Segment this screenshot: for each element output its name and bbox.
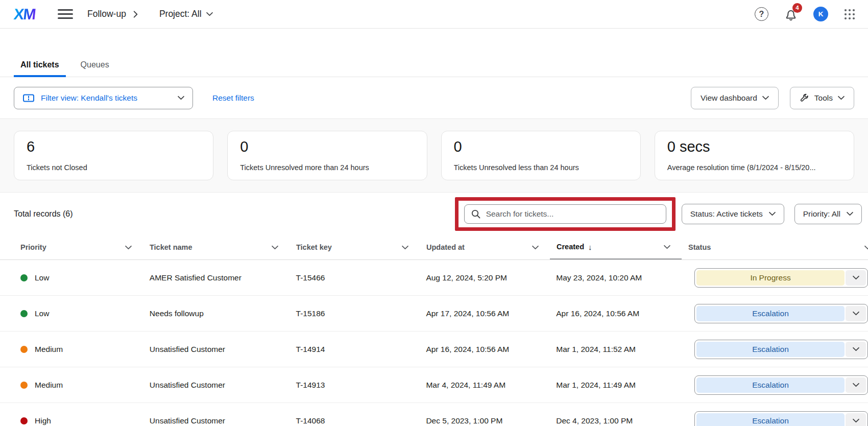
stat-card-tickets-not-closed: 6 Tickets not Closed (14, 131, 213, 180)
table-header: Priority Ticket name Ticket key Updated … (0, 235, 868, 260)
column-label: Ticket name (150, 243, 192, 251)
tools-button[interactable]: Tools (790, 87, 854, 109)
updated-at: Aug 12, 2024, 5:20 PM (419, 273, 549, 282)
breadcrumb-app[interactable]: Follow-up (87, 9, 126, 19)
tab-all-tickets[interactable]: All tickets (14, 60, 66, 77)
stat-value: 0 secs (667, 138, 841, 155)
stat-label: Tickets Unresolved more than 24 hours (240, 163, 414, 172)
hamburger-menu-icon[interactable] (58, 9, 73, 19)
chevron-down-icon[interactable] (532, 245, 539, 250)
breadcrumb: Follow-up (87, 9, 126, 19)
priority-dot (20, 274, 28, 281)
view-dashboard-button[interactable]: View dashboard (691, 87, 779, 109)
column-header-ticket-name[interactable]: Ticket name (143, 235, 290, 259)
priority-filter-dropdown[interactable]: Priority: All (794, 204, 862, 224)
chevron-down-icon[interactable] (846, 377, 866, 393)
column-label: Status (688, 243, 711, 251)
column-header-created[interactable]: Created ↓ (550, 235, 682, 259)
project-selector-label: Project: All (159, 9, 202, 19)
status-dropdown[interactable]: Escalation (694, 375, 868, 395)
column-label: Priority (20, 243, 46, 251)
chevron-down-icon (847, 211, 853, 216)
chevron-right-icon (133, 11, 138, 18)
stat-card-unresolved-less-24h: 0 Tickets Unresolved less than 24 hours (441, 131, 641, 180)
filter-view-dropdown[interactable]: Filter view: Kendall's tickets (14, 87, 193, 109)
priority-dot (20, 346, 28, 353)
ticket-key: T-15186 (290, 309, 420, 318)
status-dropdown[interactable]: Escalation (694, 411, 868, 426)
table-body: Low AMER Satisfied Customer T-15466 Aug … (0, 260, 868, 426)
notifications-button[interactable]: 4 (784, 7, 798, 22)
priority-dot (20, 417, 28, 424)
chevron-down-icon[interactable] (846, 413, 866, 426)
priority-dot (20, 382, 28, 389)
priority-label: Medium (35, 381, 63, 390)
chevron-down-icon (838, 96, 845, 100)
top-bar: XM Follow-up Project: All ? 4 K (0, 0, 868, 29)
table-row[interactable]: Medium Unsatisfied Customer T-14914 Apr … (0, 332, 868, 367)
search-box[interactable] (464, 204, 666, 224)
status-cell: In Progress (681, 268, 868, 288)
stat-value: 6 (27, 138, 201, 155)
status-badge: Escalation (696, 377, 845, 393)
created-at: Mar 1, 2024, 11:49 AM (549, 381, 681, 390)
search-input[interactable] (486, 209, 660, 219)
project-selector[interactable]: Project: All (159, 9, 213, 19)
chevron-down-icon (206, 12, 213, 16)
status-cell: Escalation (681, 411, 868, 426)
column-header-priority[interactable]: Priority (14, 235, 143, 259)
chevron-down-icon[interactable] (664, 245, 670, 249)
ticket-name[interactable]: Unsatisfied Customer (143, 416, 290, 425)
column-header-updated-at[interactable]: Updated at (420, 235, 550, 259)
status-filter-dropdown[interactable]: Status: Active tickets (682, 204, 784, 224)
tab-queues[interactable]: Queues (74, 60, 116, 77)
ticket-key: T-14068 (290, 416, 420, 425)
chevron-down-icon (769, 211, 776, 216)
priority-label: Low (35, 309, 49, 318)
column-header-status[interactable]: Status (682, 235, 868, 259)
xm-logo: XM (13, 6, 36, 23)
priority-label: Low (35, 273, 49, 282)
priority-cell: Medium (14, 345, 143, 354)
chevron-down-icon[interactable] (846, 270, 866, 286)
status-cell: Escalation (681, 340, 868, 359)
avatar[interactable]: K (813, 7, 828, 21)
wrench-icon (800, 93, 809, 103)
table-row[interactable]: Low Needs followup T-15186 Apr 17, 2024,… (0, 296, 868, 332)
status-dropdown[interactable]: In Progress (694, 268, 868, 288)
ticket-name[interactable]: Needs followup (143, 309, 290, 318)
priority-filter-label: Priority: All (803, 209, 840, 219)
status-cell: Escalation (681, 304, 868, 323)
ticket-name[interactable]: AMER Satisfied Customer (143, 273, 290, 282)
chevron-down-icon[interactable] (846, 342, 866, 357)
updated-at: Apr 17, 2024, 10:56 AM (419, 309, 549, 318)
help-icon[interactable]: ? (755, 7, 768, 21)
stats-band: 6 Tickets not Closed 0 Tickets Unresolve… (0, 119, 868, 193)
stat-card-unresolved-more-24h: 0 Tickets Unresolved more than 24 hours (227, 131, 427, 180)
chevron-down-icon[interactable] (402, 245, 408, 250)
stat-value: 0 (240, 138, 414, 155)
table-row[interactable]: Medium Unsatisfied Customer T-14913 Mar … (0, 367, 868, 403)
chevron-down-icon[interactable] (272, 245, 278, 250)
reset-filters-link[interactable]: Reset filters (212, 93, 254, 103)
table-row[interactable]: High Unsatisfied Customer T-14068 Dec 5,… (0, 403, 868, 426)
status-badge: Escalation (696, 413, 845, 426)
priority-cell: Low (14, 309, 143, 318)
updated-at: Dec 5, 2023, 1:00 PM (419, 416, 549, 425)
stat-card-avg-resolution-time: 0 secs Average resolution time (8/1/2024… (655, 131, 854, 180)
table-row[interactable]: Low AMER Satisfied Customer T-15466 Aug … (0, 260, 868, 296)
app-grid-icon[interactable] (843, 8, 856, 20)
stat-label: Average resolution time (8/1/2024 - 8/15… (667, 163, 841, 172)
chevron-down-icon[interactable] (846, 306, 866, 321)
status-dropdown[interactable]: Escalation (694, 340, 868, 359)
records-bar: Total records (6) Status: Active tickets… (0, 193, 868, 235)
ticket-name[interactable]: Unsatisfied Customer (143, 345, 290, 354)
chevron-down-icon[interactable] (125, 245, 132, 250)
chevron-down-icon (864, 245, 868, 250)
ticket-name[interactable]: Unsatisfied Customer (143, 381, 290, 390)
updated-at: Mar 4, 2024, 11:49 AM (419, 381, 549, 390)
column-header-ticket-key[interactable]: Ticket key (290, 235, 420, 259)
column-label: Updated at (426, 243, 465, 251)
status-cell: Escalation (681, 375, 868, 395)
status-dropdown[interactable]: Escalation (694, 304, 868, 323)
